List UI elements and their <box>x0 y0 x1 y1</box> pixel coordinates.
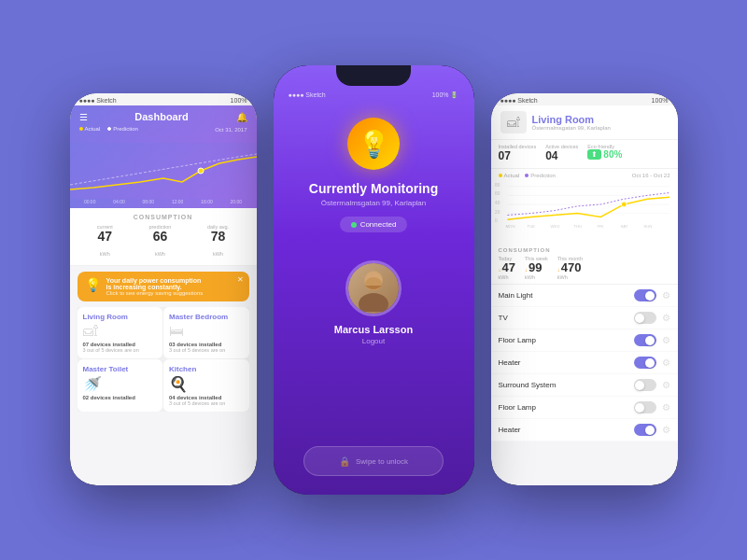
cons-prediction: prediction 66 kWh <box>148 224 171 259</box>
room-header-info: Living Room Östermalmsgatan 99, Karlapla… <box>532 114 669 131</box>
toggle-tv[interactable] <box>634 312 656 324</box>
alert-title: Your daily power consumption <box>106 277 242 284</box>
phone-notch <box>336 65 411 86</box>
room-devices: 02 devices installed <box>83 395 158 400</box>
alert-banner[interactable]: 💡 Your daily power consumption is increa… <box>78 272 249 301</box>
status-battery: 100% <box>231 97 247 104</box>
legend-prediction: Prediction <box>113 126 138 132</box>
device-tv: TV ⚙ <box>491 307 678 329</box>
center-carrier: ●●●● Sketch <box>289 91 326 99</box>
room-master-bedroom[interactable]: Master Bedroom 🛏 03 devices installed 3 … <box>163 307 249 358</box>
svg-text:MON: MON <box>505 224 514 229</box>
avatar-placeholder <box>348 263 399 314</box>
svg-text:SUN: SUN <box>643 224 652 229</box>
swipe-bar[interactable]: 🔒 Swipe to unlock <box>303 446 444 476</box>
gear-tv-icon[interactable]: ⚙ <box>662 313 670 323</box>
right-cons-week: This week ↓ 99 kWh <box>525 256 548 280</box>
room-living-room[interactable]: Living Room 🛋 07 devices installed 3 out… <box>78 307 163 358</box>
gear-heater-2-icon[interactable]: ⚙ <box>662 425 670 435</box>
right-room-addr: Östermalmsgatan 99, Karlaplan <box>532 125 669 131</box>
right-cons-month: This month ↓ 470 kWh <box>557 256 583 280</box>
device-floor-lamp-1: Floor Lamp ⚙ <box>491 329 678 352</box>
alert-line2: is increasing constantly. <box>106 284 242 290</box>
connected-label: Connected <box>360 220 397 229</box>
swipe-label: Swipe to unlock <box>356 457 408 466</box>
room-master-toilet[interactable]: Master Toilet 🚿 02 devices installed <box>78 359 163 412</box>
device-floor-lamp-2: Floor Lamp ⚙ <box>491 397 678 419</box>
gear-floor-lamp-2-icon[interactable]: ⚙ <box>662 402 670 413</box>
alert-close-button[interactable]: ✕ <box>237 275 244 284</box>
right-cons-today: Today ↓ 47 kWh <box>499 256 515 280</box>
lock-icon: 🔒 <box>339 456 350 467</box>
svg-text:SAT: SAT <box>620 224 627 229</box>
connected-badge: Connected <box>340 217 408 232</box>
phones-container: ●●●● Sketch 100% ☰ Dashboard 🔔 Actual <box>0 0 747 560</box>
left-date-label: Oct 31, 2017 <box>215 127 247 133</box>
toggle-surround[interactable] <box>634 379 656 391</box>
chart-labels: 00:0004:0008:0012:0016:0020:00 <box>70 199 257 208</box>
toggle-floor-lamp-1[interactable] <box>634 334 656 346</box>
left-screen: ●●●● Sketch 100% ☰ Dashboard 🔔 Actual <box>70 93 257 485</box>
right-room-header: 🛋 Living Room Östermalmsgatan 99, Karlap… <box>491 105 678 140</box>
room-name: Kitchen <box>169 365 244 373</box>
monitoring-address: Östermalmsgatan 99, Karlaplan <box>321 199 427 207</box>
bulb-icon: 💡 <box>347 118 400 170</box>
right-chart: Actual Prediction Oct 16 - Oct 22 80 60 … <box>491 169 678 244</box>
kitchen-icon: 🍳 <box>169 375 244 393</box>
svg-text:TUE: TUE <box>527 224 535 229</box>
svg-point-14 <box>621 202 627 207</box>
room-kitchen[interactable]: Kitchen 🍳 04 devices installed 3 out of … <box>163 359 249 412</box>
device-surround: Surround System ⚙ <box>491 374 678 397</box>
device-heater-2: Heater ⚙ <box>491 419 678 441</box>
living-room-icon: 🛋 <box>83 323 158 340</box>
svg-point-2 <box>359 293 388 312</box>
room-name: Master Bedroom <box>169 313 244 321</box>
connected-dot <box>351 222 357 228</box>
logout-button[interactable]: Logout <box>362 337 385 345</box>
left-phone: ●●●● Sketch 100% ☰ Dashboard 🔔 Actual <box>70 93 257 485</box>
device-stats: Installed devices 07 Active devices 04 E… <box>491 140 678 169</box>
right-room-icon: 🛋 <box>500 111 527 133</box>
legend-actual: Actual <box>85 126 101 132</box>
svg-point-0 <box>198 168 204 174</box>
gear-surround-icon[interactable]: ⚙ <box>662 380 670 390</box>
right-room-title: Living Room <box>532 114 669 125</box>
toggle-main-light[interactable] <box>634 289 656 301</box>
cons-daily: daily avg. 78 kWh <box>207 224 229 259</box>
toggle-heater-1[interactable] <box>634 357 656 369</box>
device-main-light: Main Light ⚙ <box>491 285 678 307</box>
left-header: ☰ Dashboard 🔔 Actual Prediction <box>70 105 257 143</box>
dashboard-title: Dashboard <box>134 111 188 122</box>
device-list: Main Light ⚙ TV ⚙ Floor Lamp ⚙ Heater <box>491 285 678 441</box>
toggle-heater-2[interactable] <box>634 424 656 436</box>
stat-active: Active devices 04 <box>545 144 578 162</box>
room-status: 3 out of 5 devices are on <box>83 347 158 353</box>
room-status: 3 out of 5 devices are on <box>169 400 244 406</box>
right-screen: ●●●● Sketch 100% 🛋 Living Room Östermalm… <box>491 93 678 485</box>
gear-heater-1-icon[interactable]: ⚙ <box>662 357 670 368</box>
bell-icon[interactable]: 🔔 <box>236 112 247 122</box>
gear-floor-lamp-1-icon[interactable]: ⚙ <box>662 335 670 345</box>
device-heater-1: Heater ⚙ <box>491 352 678 374</box>
left-status-bar: ●●●● Sketch 100% <box>70 93 257 105</box>
alert-sub: Click to see energy saving suggestions <box>106 290 242 296</box>
left-chart <box>70 143 257 199</box>
right-carrier: ●●●● Sketch <box>500 97 538 104</box>
monitoring-title: Currently Monitoring <box>309 181 438 196</box>
consumption-section: CONSUMPTION current 47 kWh prediction 66… <box>70 208 257 266</box>
svg-text:FRI: FRI <box>597 224 603 229</box>
status-time: ●●●● Sketch <box>79 97 117 104</box>
hamburger-icon[interactable]: ☰ <box>79 112 88 122</box>
right-battery: 100% <box>652 97 669 104</box>
toggle-floor-lamp-2[interactable] <box>634 401 656 413</box>
room-name: Living Room <box>83 313 158 321</box>
svg-text:40: 40 <box>495 201 500 205</box>
eco-badge: ⬆ <box>587 149 601 160</box>
consumption-title: CONSUMPTION <box>79 214 247 220</box>
user-name: Marcus Larsson <box>334 324 413 335</box>
rooms-grid: Living Room 🛋 07 devices installed 3 out… <box>78 307 249 412</box>
right-phone: ●●●● Sketch 100% 🛋 Living Room Östermalm… <box>491 93 678 485</box>
gear-main-light-icon[interactable]: ⚙ <box>662 290 670 301</box>
svg-text:THU: THU <box>573 224 582 229</box>
bedroom-icon: 🛏 <box>169 323 244 340</box>
